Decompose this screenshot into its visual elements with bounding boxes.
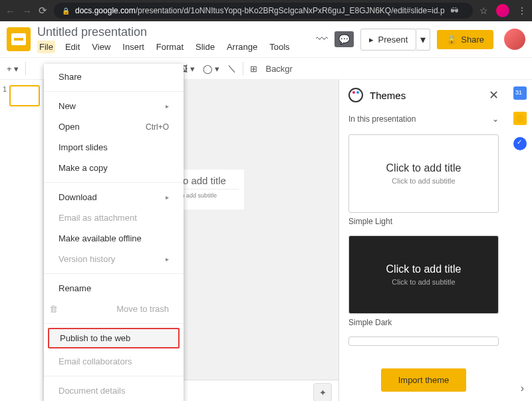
forward-icon[interactable]: → (22, 5, 32, 17)
menu-import-slides[interactable]: Import slides (44, 137, 184, 158)
themes-title: Themes (370, 90, 482, 101)
themes-subhead-label: In this presentation (348, 114, 416, 124)
menu-share[interactable]: Share (44, 67, 184, 87)
present-dropdown[interactable]: ▾ (416, 29, 430, 51)
menu-offline[interactable]: Make available offline (44, 228, 184, 249)
palette-icon (348, 88, 363, 102)
bookmark-star-icon[interactable]: ☆ (479, 5, 488, 16)
theme-label-dark: Simple Dark (348, 318, 499, 327)
calendar-icon[interactable] (513, 86, 527, 100)
slides-logo-icon[interactable] (7, 27, 31, 51)
theme-preview-title: Click to add title (386, 162, 462, 174)
theme-preview-partial (348, 336, 499, 346)
activity-icon[interactable]: 〰 (316, 33, 328, 47)
incognito-icon: 🕶 (450, 6, 458, 15)
tasks-icon[interactable] (513, 137, 527, 150)
url-text: docs.google.com/presentation/d/1oNNItusY… (75, 6, 445, 15)
comment-tool-icon[interactable]: ⊞ (249, 63, 259, 75)
present-button[interactable]: ▸ Present (360, 29, 416, 51)
share-button[interactable]: 🔒 Share (437, 30, 493, 49)
theme-label-light: Simple Light (348, 217, 499, 226)
theme-preview-title: Click to add title (386, 263, 462, 275)
menu-view[interactable]: View (90, 41, 112, 53)
menu-tools[interactable]: Tools (267, 41, 291, 53)
themes-panel: Themes ✕ In this presentation ⌄ Click to… (338, 80, 508, 401)
document-title[interactable]: Untitled presentation (37, 25, 316, 39)
user-avatar[interactable] (504, 29, 525, 50)
menu-email-collaborators: Email collaborators (44, 351, 184, 372)
menu-edit[interactable]: Edit (63, 41, 82, 53)
present-label: Present (378, 35, 408, 45)
theme-preview-light: Click to add title Click to add subtitle (348, 134, 499, 213)
submenu-arrow-icon: ▸ (166, 255, 169, 263)
side-rail (508, 80, 532, 401)
menu-format[interactable]: Format (154, 41, 186, 53)
comment-icon[interactable]: 💬 (334, 31, 354, 47)
menu-move-to-trash[interactable]: 🗑Move to trash (44, 299, 184, 319)
slide-number: 1 (3, 85, 7, 106)
menu-bar: File Edit View Insert Format Slide Arran… (37, 41, 316, 53)
new-slide-button[interactable]: + ▾ (5, 63, 20, 75)
menu-rename[interactable]: Rename (44, 278, 184, 299)
slide-thumb-preview (9, 85, 40, 106)
theme-preview-subtitle: Click to add subtitle (392, 177, 455, 185)
side-rail-collapse-icon[interactable]: › (521, 382, 524, 394)
menu-arrange[interactable]: Arrange (225, 41, 259, 53)
trash-icon: 🗑 (49, 304, 58, 314)
menu-document-details[interactable]: Document details (44, 380, 184, 401)
keep-icon[interactable] (513, 112, 527, 125)
theme-card-next[interactable] (348, 336, 499, 346)
menu-publish-to-web[interactable]: Publish to the web (48, 328, 180, 348)
browser-address-bar: ← → ⟳ 🔒 docs.google.com/presentation/d/1… (0, 0, 532, 21)
menu-open[interactable]: OpenCtrl+O (44, 116, 184, 137)
theme-preview-dark: Click to add title Click to add subtitle (348, 235, 499, 314)
menu-make-copy[interactable]: Make a copy (44, 158, 184, 178)
lock-icon: 🔒 (62, 7, 70, 15)
app-header: Untitled presentation File Edit View Ins… (0, 21, 532, 57)
menu-insert[interactable]: Insert (120, 41, 146, 53)
background-button[interactable]: Backgr (264, 63, 293, 75)
theme-preview-subtitle: Click to add subtitle (392, 278, 455, 286)
play-icon: ▸ (369, 35, 374, 45)
menu-new[interactable]: New▸ (44, 96, 184, 116)
browser-profile-avatar[interactable] (496, 4, 509, 17)
line-tool-icon[interactable]: ＼ (226, 61, 237, 76)
submenu-arrow-icon: ▸ (166, 102, 169, 110)
shortcut-label: Ctrl+O (146, 122, 169, 132)
file-menu-dropdown: Share New▸ OpenCtrl+O Import slides Make… (44, 64, 184, 401)
chevron-down-icon: ⌄ (492, 114, 499, 124)
menu-version-history[interactable]: Version history▸ (44, 249, 184, 269)
url-input[interactable]: 🔒 docs.google.com/presentation/d/1oNNItu… (54, 3, 473, 19)
back-icon[interactable]: ← (5, 5, 15, 17)
browser-menu-icon[interactable]: ⋮ (517, 5, 527, 16)
menu-file[interactable]: File (37, 41, 55, 53)
slide-thumbnail-1[interactable]: 1 (3, 85, 40, 106)
close-themes-button[interactable]: ✕ (489, 88, 499, 102)
lock-icon: 🔒 (446, 35, 457, 45)
shape-tool-icon[interactable]: ◯ ▾ (201, 63, 221, 75)
share-label: Share (461, 35, 484, 45)
import-theme-button[interactable]: Import theme (381, 368, 467, 392)
theme-card-simple-dark[interactable]: Click to add title Click to add subtitle… (348, 235, 499, 327)
menu-download[interactable]: Download▸ (44, 187, 184, 207)
theme-card-simple-light[interactable]: Click to add title Click to add subtitle… (348, 134, 499, 226)
menu-email-attachment: Email as attachment (44, 207, 184, 228)
submenu-arrow-icon: ▸ (166, 194, 169, 201)
themes-section-header[interactable]: In this presentation ⌄ (339, 110, 508, 128)
slide-filmstrip: 1 (0, 80, 43, 401)
reload-icon[interactable]: ⟳ (39, 5, 47, 17)
menu-slide[interactable]: Slide (194, 41, 217, 53)
